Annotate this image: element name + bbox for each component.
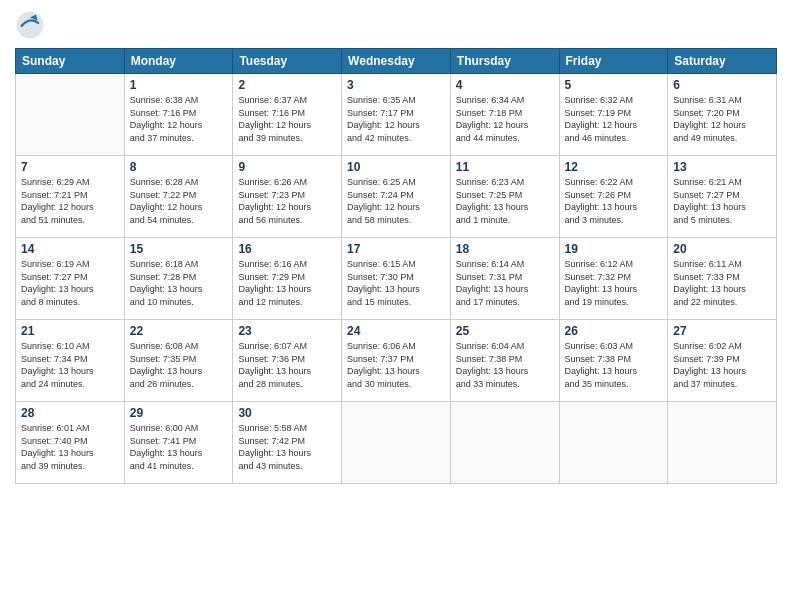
day-number: 21 bbox=[21, 324, 119, 338]
day-header-thursday: Thursday bbox=[450, 49, 559, 74]
day-number: 9 bbox=[238, 160, 336, 174]
calendar-cell: 15Sunrise: 6:18 AM Sunset: 7:28 PM Dayli… bbox=[124, 238, 233, 320]
calendar-cell bbox=[559, 402, 668, 484]
day-number: 5 bbox=[565, 78, 663, 92]
day-header-friday: Friday bbox=[559, 49, 668, 74]
day-number: 26 bbox=[565, 324, 663, 338]
day-number: 16 bbox=[238, 242, 336, 256]
calendar-cell: 8Sunrise: 6:28 AM Sunset: 7:22 PM Daylig… bbox=[124, 156, 233, 238]
calendar-table: SundayMondayTuesdayWednesdayThursdayFrid… bbox=[15, 48, 777, 484]
day-number: 4 bbox=[456, 78, 554, 92]
cell-info: Sunrise: 6:37 AM Sunset: 7:16 PM Dayligh… bbox=[238, 94, 336, 144]
calendar-header-row: SundayMondayTuesdayWednesdayThursdayFrid… bbox=[16, 49, 777, 74]
day-number: 30 bbox=[238, 406, 336, 420]
header bbox=[15, 10, 777, 40]
cell-info: Sunrise: 6:08 AM Sunset: 7:35 PM Dayligh… bbox=[130, 340, 228, 390]
cell-info: Sunrise: 6:03 AM Sunset: 7:38 PM Dayligh… bbox=[565, 340, 663, 390]
day-number: 8 bbox=[130, 160, 228, 174]
cell-info: Sunrise: 6:19 AM Sunset: 7:27 PM Dayligh… bbox=[21, 258, 119, 308]
cell-info: Sunrise: 6:35 AM Sunset: 7:17 PM Dayligh… bbox=[347, 94, 445, 144]
cell-info: Sunrise: 6:31 AM Sunset: 7:20 PM Dayligh… bbox=[673, 94, 771, 144]
cell-info: Sunrise: 6:38 AM Sunset: 7:16 PM Dayligh… bbox=[130, 94, 228, 144]
day-number: 28 bbox=[21, 406, 119, 420]
day-header-sunday: Sunday bbox=[16, 49, 125, 74]
day-number: 6 bbox=[673, 78, 771, 92]
cell-info: Sunrise: 6:14 AM Sunset: 7:31 PM Dayligh… bbox=[456, 258, 554, 308]
calendar-cell: 19Sunrise: 6:12 AM Sunset: 7:32 PM Dayli… bbox=[559, 238, 668, 320]
cell-info: Sunrise: 6:07 AM Sunset: 7:36 PM Dayligh… bbox=[238, 340, 336, 390]
calendar-cell: 4Sunrise: 6:34 AM Sunset: 7:18 PM Daylig… bbox=[450, 74, 559, 156]
cell-info: Sunrise: 6:18 AM Sunset: 7:28 PM Dayligh… bbox=[130, 258, 228, 308]
cell-info: Sunrise: 6:25 AM Sunset: 7:24 PM Dayligh… bbox=[347, 176, 445, 226]
calendar-cell: 20Sunrise: 6:11 AM Sunset: 7:33 PM Dayli… bbox=[668, 238, 777, 320]
day-number: 12 bbox=[565, 160, 663, 174]
calendar-cell: 17Sunrise: 6:15 AM Sunset: 7:30 PM Dayli… bbox=[342, 238, 451, 320]
calendar-week-1: 7Sunrise: 6:29 AM Sunset: 7:21 PM Daylig… bbox=[16, 156, 777, 238]
cell-info: Sunrise: 6:29 AM Sunset: 7:21 PM Dayligh… bbox=[21, 176, 119, 226]
calendar-cell: 23Sunrise: 6:07 AM Sunset: 7:36 PM Dayli… bbox=[233, 320, 342, 402]
day-number: 23 bbox=[238, 324, 336, 338]
cell-info: Sunrise: 6:16 AM Sunset: 7:29 PM Dayligh… bbox=[238, 258, 336, 308]
calendar-cell: 25Sunrise: 6:04 AM Sunset: 7:38 PM Dayli… bbox=[450, 320, 559, 402]
day-number: 18 bbox=[456, 242, 554, 256]
calendar-cell: 27Sunrise: 6:02 AM Sunset: 7:39 PM Dayli… bbox=[668, 320, 777, 402]
calendar-week-4: 28Sunrise: 6:01 AM Sunset: 7:40 PM Dayli… bbox=[16, 402, 777, 484]
day-number: 2 bbox=[238, 78, 336, 92]
calendar-cell bbox=[342, 402, 451, 484]
calendar-cell: 12Sunrise: 6:22 AM Sunset: 7:26 PM Dayli… bbox=[559, 156, 668, 238]
calendar-cell: 16Sunrise: 6:16 AM Sunset: 7:29 PM Dayli… bbox=[233, 238, 342, 320]
svg-point-0 bbox=[17, 12, 44, 39]
cell-info: Sunrise: 6:06 AM Sunset: 7:37 PM Dayligh… bbox=[347, 340, 445, 390]
day-number: 14 bbox=[21, 242, 119, 256]
calendar-cell: 21Sunrise: 6:10 AM Sunset: 7:34 PM Dayli… bbox=[16, 320, 125, 402]
calendar-cell: 18Sunrise: 6:14 AM Sunset: 7:31 PM Dayli… bbox=[450, 238, 559, 320]
logo bbox=[15, 10, 49, 40]
day-number: 7 bbox=[21, 160, 119, 174]
cell-info: Sunrise: 6:32 AM Sunset: 7:19 PM Dayligh… bbox=[565, 94, 663, 144]
calendar-cell: 5Sunrise: 6:32 AM Sunset: 7:19 PM Daylig… bbox=[559, 74, 668, 156]
calendar-cell: 26Sunrise: 6:03 AM Sunset: 7:38 PM Dayli… bbox=[559, 320, 668, 402]
day-number: 27 bbox=[673, 324, 771, 338]
calendar-week-3: 21Sunrise: 6:10 AM Sunset: 7:34 PM Dayli… bbox=[16, 320, 777, 402]
cell-info: Sunrise: 6:23 AM Sunset: 7:25 PM Dayligh… bbox=[456, 176, 554, 226]
day-number: 24 bbox=[347, 324, 445, 338]
day-header-wednesday: Wednesday bbox=[342, 49, 451, 74]
day-number: 29 bbox=[130, 406, 228, 420]
day-number: 25 bbox=[456, 324, 554, 338]
calendar-cell: 1Sunrise: 6:38 AM Sunset: 7:16 PM Daylig… bbox=[124, 74, 233, 156]
day-number: 1 bbox=[130, 78, 228, 92]
calendar-cell: 9Sunrise: 6:26 AM Sunset: 7:23 PM Daylig… bbox=[233, 156, 342, 238]
calendar-cell: 10Sunrise: 6:25 AM Sunset: 7:24 PM Dayli… bbox=[342, 156, 451, 238]
cell-info: Sunrise: 6:28 AM Sunset: 7:22 PM Dayligh… bbox=[130, 176, 228, 226]
calendar-cell: 6Sunrise: 6:31 AM Sunset: 7:20 PM Daylig… bbox=[668, 74, 777, 156]
cell-info: Sunrise: 6:34 AM Sunset: 7:18 PM Dayligh… bbox=[456, 94, 554, 144]
day-number: 3 bbox=[347, 78, 445, 92]
cell-info: Sunrise: 6:02 AM Sunset: 7:39 PM Dayligh… bbox=[673, 340, 771, 390]
calendar-cell: 11Sunrise: 6:23 AM Sunset: 7:25 PM Dayli… bbox=[450, 156, 559, 238]
day-number: 10 bbox=[347, 160, 445, 174]
calendar-cell bbox=[450, 402, 559, 484]
calendar-cell: 7Sunrise: 6:29 AM Sunset: 7:21 PM Daylig… bbox=[16, 156, 125, 238]
cell-info: Sunrise: 6:15 AM Sunset: 7:30 PM Dayligh… bbox=[347, 258, 445, 308]
calendar-cell: 2Sunrise: 6:37 AM Sunset: 7:16 PM Daylig… bbox=[233, 74, 342, 156]
logo-icon bbox=[15, 10, 45, 40]
cell-info: Sunrise: 5:58 AM Sunset: 7:42 PM Dayligh… bbox=[238, 422, 336, 472]
calendar-cell: 13Sunrise: 6:21 AM Sunset: 7:27 PM Dayli… bbox=[668, 156, 777, 238]
cell-info: Sunrise: 6:01 AM Sunset: 7:40 PM Dayligh… bbox=[21, 422, 119, 472]
calendar-week-0: 1Sunrise: 6:38 AM Sunset: 7:16 PM Daylig… bbox=[16, 74, 777, 156]
cell-info: Sunrise: 6:12 AM Sunset: 7:32 PM Dayligh… bbox=[565, 258, 663, 308]
day-number: 15 bbox=[130, 242, 228, 256]
day-number: 17 bbox=[347, 242, 445, 256]
cell-info: Sunrise: 6:26 AM Sunset: 7:23 PM Dayligh… bbox=[238, 176, 336, 226]
day-number: 11 bbox=[456, 160, 554, 174]
calendar-cell: 28Sunrise: 6:01 AM Sunset: 7:40 PM Dayli… bbox=[16, 402, 125, 484]
calendar-cell: 22Sunrise: 6:08 AM Sunset: 7:35 PM Dayli… bbox=[124, 320, 233, 402]
calendar-cell: 3Sunrise: 6:35 AM Sunset: 7:17 PM Daylig… bbox=[342, 74, 451, 156]
cell-info: Sunrise: 6:00 AM Sunset: 7:41 PM Dayligh… bbox=[130, 422, 228, 472]
day-header-saturday: Saturday bbox=[668, 49, 777, 74]
day-number: 22 bbox=[130, 324, 228, 338]
calendar-week-2: 14Sunrise: 6:19 AM Sunset: 7:27 PM Dayli… bbox=[16, 238, 777, 320]
calendar-cell: 29Sunrise: 6:00 AM Sunset: 7:41 PM Dayli… bbox=[124, 402, 233, 484]
cell-info: Sunrise: 6:10 AM Sunset: 7:34 PM Dayligh… bbox=[21, 340, 119, 390]
calendar-cell: 24Sunrise: 6:06 AM Sunset: 7:37 PM Dayli… bbox=[342, 320, 451, 402]
